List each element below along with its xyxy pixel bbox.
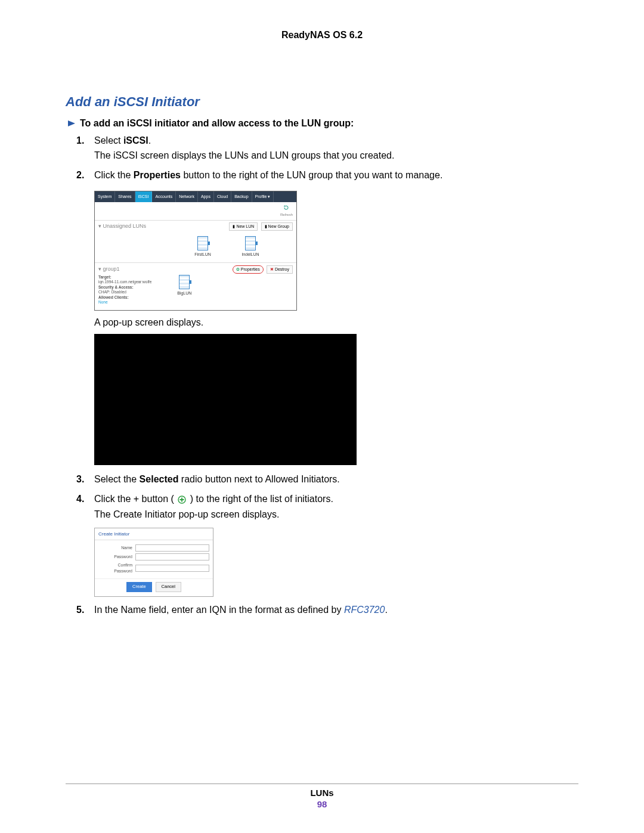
step-2-bold: Properties (134, 170, 181, 180)
x-icon: ✖ (270, 267, 274, 272)
lun-name: FirstLUN (188, 252, 218, 258)
step-5-text-a: In the Name field, enter an IQN in the f… (94, 605, 344, 615)
tab-profile[interactable]: Profile ▾ (252, 191, 274, 202)
group-name: ▾ group1 (98, 265, 120, 273)
step-number: 1. (76, 134, 84, 147)
step-3: 3. Select the Selected radio button next… (94, 472, 578, 486)
lun-name: IndelLUN (236, 252, 265, 258)
lun-item[interactable]: IndelLUN (236, 236, 265, 258)
popup-para: A pop-up screen displays. (94, 315, 578, 329)
nav-tabs: System Shares iSCSI Accounts Network App… (95, 191, 296, 202)
gear-icon: ✿ (236, 267, 240, 272)
step-3-bold: Selected (140, 474, 179, 484)
confirm-password-field[interactable] (135, 565, 209, 572)
tab-accounts[interactable]: Accounts (152, 191, 176, 202)
step-number: 4. (76, 492, 84, 506)
step-4-text-a: Click the + button ( (94, 494, 177, 504)
arrow-right-icon (68, 120, 76, 126)
tab-apps[interactable]: Apps (198, 191, 214, 202)
tab-iscsi[interactable]: iSCSI (135, 191, 153, 202)
name-label: Name (98, 545, 135, 551)
tab-shares[interactable]: Shares (115, 191, 135, 202)
page-footer: LUNs 98 (66, 784, 578, 809)
group-metadata: Target: iqn.1994-11.com.netgear:wolfe Se… (98, 275, 151, 305)
step-3-text-a: Select the (94, 474, 140, 484)
page-header: ReadyNAS OS 6.2 (66, 30, 578, 41)
rfc-link[interactable]: RFC3720 (344, 605, 385, 615)
group-icon: ▮ (265, 224, 267, 230)
confirm-password-label: Confirm Password (98, 562, 135, 574)
intro-text: To add an iSCSI initiator and allow acce… (80, 118, 354, 129)
cancel-button[interactable]: Cancel (156, 582, 181, 592)
refresh-button[interactable]: Refresh (280, 205, 293, 218)
step-4: 4. Click the + button ( ) to the right o… (94, 492, 578, 597)
drive-icon (179, 275, 190, 289)
step-1-text-c: . (148, 135, 151, 145)
step-number: 5. (76, 603, 84, 617)
tab-network[interactable]: Network (176, 191, 198, 202)
intro-line: To add an iSCSI initiator and allow acce… (66, 118, 578, 129)
refresh-label: Refresh (280, 212, 293, 218)
step-1: 1. Select iSCSI. The iSCSI screen displa… (94, 134, 578, 162)
new-lun-button[interactable]: ▮New LUN (229, 222, 258, 231)
step-2: 2. Click the Properties button to the ri… (94, 168, 578, 465)
new-group-button[interactable]: ▮New Group (261, 222, 293, 231)
lun-item[interactable]: FirstLUN (188, 236, 218, 258)
drive-icon (197, 236, 208, 250)
lun-icon: ▮ (233, 224, 235, 230)
step-4-text-b: ) to the right of the list of initiators… (187, 494, 333, 504)
step-3-text-c: radio button next to Allowed Initiators. (178, 474, 339, 484)
footer-section: LUNs (66, 788, 578, 798)
iscsi-screenshot: System Shares iSCSI Accounts Network App… (94, 191, 297, 311)
name-field[interactable] (135, 544, 209, 552)
popup-screenshot-placeholder (94, 334, 357, 465)
step-number: 3. (76, 472, 84, 486)
step-5-text-c: . (385, 605, 387, 615)
step-number: 2. (76, 168, 84, 182)
step-4-para: The Create Initiator pop-up screen displ… (94, 507, 578, 521)
password-label: Password (98, 554, 135, 560)
section-heading: Add an iSCSI Initiator (66, 94, 578, 110)
footer-rule (66, 784, 578, 784)
tab-system[interactable]: System (95, 191, 115, 202)
create-button[interactable]: Create (126, 582, 152, 592)
lun-item[interactable]: BigLUN (169, 275, 199, 296)
step-1-text-a: Select (94, 135, 123, 145)
create-initiator-dialog: Create Initiator Name Password Confirm P… (94, 528, 213, 597)
destroy-button[interactable]: ✖Destroy (267, 265, 293, 274)
tab-cloud[interactable]: Cloud (214, 191, 231, 202)
properties-button[interactable]: ✿Properties (233, 265, 264, 274)
drive-icon (245, 236, 256, 250)
password-field[interactable] (135, 553, 209, 561)
plus-icon (178, 493, 186, 506)
lun-name: BigLUN (169, 290, 199, 296)
footer-page-number: 98 (66, 799, 578, 809)
step-1-para: The iSCSI screen displays the LUNs and L… (94, 148, 578, 162)
svg-marker-0 (68, 120, 75, 126)
step-1-bold: iSCSI (123, 135, 148, 145)
step-2-text-a: Click the (94, 170, 134, 180)
step-5: 5. In the Name field, enter an IQN in th… (94, 603, 578, 617)
dialog-title: Create Initiator (95, 528, 213, 541)
step-2-text-c: button to the right of the LUN group tha… (181, 170, 442, 180)
tab-backup[interactable]: Backup (231, 191, 252, 202)
unassigned-luns-label: ▾ Unassigned LUNs (98, 222, 146, 230)
